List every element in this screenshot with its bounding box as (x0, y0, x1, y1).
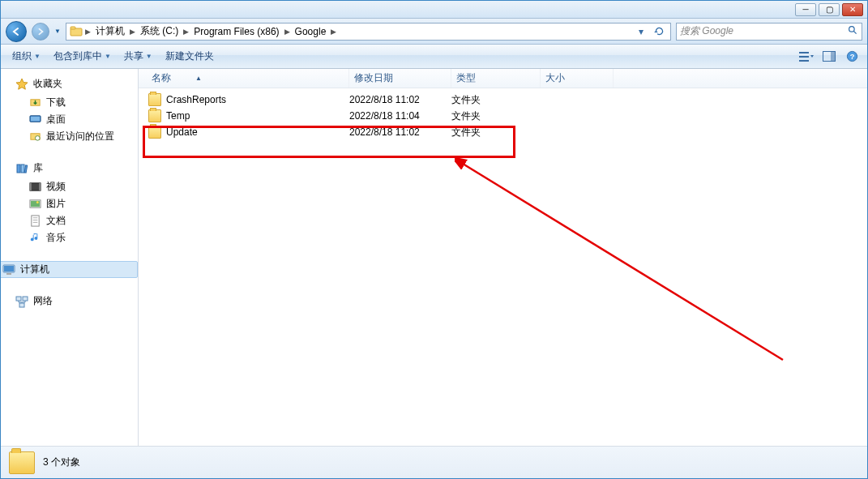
column-header-date[interactable]: 修改日期 (349, 69, 451, 88)
sidebar-item-pictures[interactable]: 图片 (1, 195, 138, 212)
chevron-right-icon[interactable]: ▶ (84, 28, 92, 36)
svg-rect-8 (831, 52, 835, 61)
file-row[interactable]: Temp 2022/8/18 11:04 文件夹 (139, 108, 867, 124)
network-icon (15, 295, 28, 308)
view-options-button[interactable] (797, 49, 815, 65)
breadcrumb-item[interactable]: Google (293, 25, 329, 38)
annotation-arrow (455, 157, 795, 368)
sidebar-item-videos[interactable]: 视频 (1, 178, 138, 195)
back-button[interactable] (6, 21, 27, 42)
address-dropdown-button[interactable]: ▾ (633, 24, 649, 39)
column-header-type[interactable]: 类型 (451, 69, 541, 88)
sidebar-item-desktop[interactable]: 桌面 (1, 111, 138, 128)
address-bar: ▼ ▶ 计算机 ▶ 系统 (C:) ▶ Program Files (x86) … (1, 19, 867, 45)
svg-rect-5 (799, 56, 809, 58)
breadcrumb-box[interactable]: ▶ 计算机 ▶ 系统 (C:) ▶ Program Files (x86) ▶ … (66, 23, 671, 41)
forward-button[interactable] (32, 23, 49, 41)
sidebar-item-network[interactable]: 网络 (1, 293, 138, 311)
refresh-icon (654, 26, 665, 36)
svg-rect-1 (71, 27, 75, 29)
close-button[interactable]: ✕ (842, 3, 863, 16)
share-button[interactable]: 共享▼ (119, 47, 157, 66)
svg-line-35 (463, 164, 783, 360)
sidebar-item-music[interactable]: 音乐 (1, 229, 138, 246)
folder-icon (148, 109, 161, 122)
computer-icon (2, 263, 15, 276)
column-header-name[interactable]: 名称 (139, 69, 349, 88)
file-row[interactable]: Update 2022/8/18 11:02 文件夹 (139, 124, 867, 140)
file-rows: CrashReports 2022/8/18 11:02 文件夹 Temp 20… (139, 88, 867, 446)
maximize-button[interactable]: ▢ (819, 3, 840, 16)
svg-rect-30 (4, 266, 14, 272)
file-row[interactable]: CrashReports 2022/8/18 11:02 文件夹 (139, 92, 867, 108)
svg-rect-21 (39, 183, 41, 190)
status-text: 3 个对象 (43, 455, 80, 469)
svg-rect-31 (6, 273, 11, 275)
chevron-right-icon[interactable]: ▶ (182, 28, 190, 36)
svg-point-2 (849, 26, 855, 32)
organize-button[interactable]: 组织▼ (7, 47, 45, 66)
svg-rect-13 (30, 117, 39, 122)
file-list-pane: 名称 修改日期 类型 大小 CrashReports 2022/8/18 11:… (139, 69, 867, 446)
svg-rect-32 (16, 297, 21, 301)
sidebar-group-libraries[interactable]: 库 (1, 160, 138, 178)
breadcrumb-item[interactable]: 系统 (C:) (138, 24, 181, 39)
refresh-button[interactable] (651, 24, 667, 39)
nav-history-dropdown[interactable]: ▼ (54, 28, 61, 35)
library-icon (15, 162, 28, 175)
new-folder-button[interactable]: 新建文件夹 (160, 47, 219, 66)
breadcrumb-item[interactable]: Program Files (x86) (191, 25, 281, 38)
search-icon[interactable] (848, 25, 858, 38)
star-icon (15, 78, 28, 91)
video-icon (28, 181, 41, 194)
folder-icon (70, 25, 83, 38)
sidebar-group-favorites[interactable]: 收藏夹 (1, 75, 138, 94)
svg-text:?: ? (849, 53, 854, 61)
chevron-right-icon[interactable]: ▶ (284, 28, 291, 36)
chevron-right-icon[interactable]: ▶ (129, 28, 136, 36)
column-header-size[interactable]: 大小 (541, 69, 614, 88)
minimize-button[interactable]: ─ (795, 3, 816, 16)
svg-rect-20 (29, 183, 31, 190)
sidebar-item-recent[interactable]: 最近访问的位置 (1, 128, 138, 145)
svg-rect-34 (19, 303, 24, 307)
picture-icon (28, 198, 41, 211)
navigation-pane[interactable]: 收藏夹 下载 桌面 最近访问的位置 库 视频 图片 文档 音乐 计算机 (1, 69, 139, 446)
preview-pane-button[interactable] (820, 49, 838, 65)
column-header-row: 名称 修改日期 类型 大小 (139, 69, 867, 88)
command-toolbar: 组织▼ 包含到库中▼ 共享▼ 新建文件夹 ? (1, 45, 867, 69)
svg-rect-4 (799, 52, 809, 53)
download-icon (28, 96, 41, 109)
folder-icon (148, 126, 161, 139)
svg-rect-18 (24, 165, 28, 172)
svg-point-24 (36, 201, 38, 203)
folder-icon (9, 451, 35, 474)
document-icon (28, 215, 41, 228)
arrow-right-icon (36, 28, 45, 36)
svg-rect-19 (29, 183, 40, 190)
svg-rect-33 (23, 297, 28, 301)
svg-rect-17 (21, 165, 24, 173)
svg-line-3 (853, 31, 856, 33)
sidebar-item-downloads[interactable]: 下载 (1, 94, 138, 111)
music-icon (28, 232, 41, 245)
chevron-right-icon[interactable]: ▶ (330, 28, 337, 36)
breadcrumb-item[interactable]: 计算机 (93, 24, 127, 39)
help-button[interactable]: ? (843, 49, 861, 65)
status-bar: 3 个对象 (1, 446, 867, 478)
arrow-left-icon (11, 27, 21, 36)
svg-rect-25 (31, 216, 38, 226)
explorer-window: ─ ▢ ✕ ▼ ▶ 计算机 ▶ 系统 (C:) ▶ Program Files … (0, 0, 868, 479)
titlebar: ─ ▢ ✕ (1, 1, 867, 19)
search-input[interactable]: 搜索 Google (676, 23, 862, 41)
body: 收藏夹 下载 桌面 最近访问的位置 库 视频 图片 文档 音乐 计算机 (1, 69, 867, 446)
sidebar-item-computer[interactable]: 计算机 (1, 261, 138, 278)
include-in-library-button[interactable]: 包含到库中▼ (49, 47, 116, 66)
sidebar-item-documents[interactable]: 文档 (1, 212, 138, 229)
svg-rect-16 (17, 165, 20, 173)
folder-icon (148, 93, 161, 106)
recent-icon (28, 130, 41, 143)
search-placeholder: 搜索 Google (680, 24, 733, 38)
svg-rect-6 (799, 60, 809, 62)
desktop-icon (28, 113, 41, 126)
